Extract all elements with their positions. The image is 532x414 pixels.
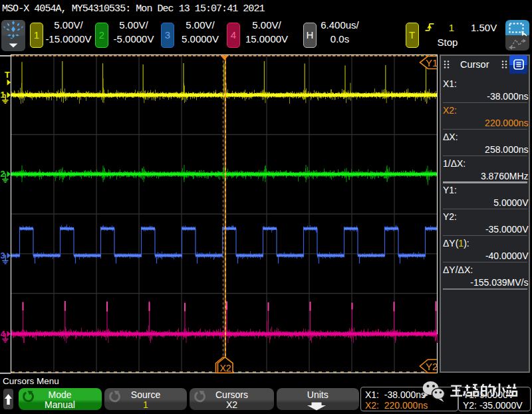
svg-text:Y1: Y1 xyxy=(426,57,438,68)
svg-text:X2: X2 xyxy=(220,363,231,373)
svg-text:Y2: Y2 xyxy=(426,361,438,372)
svg-text:T: T xyxy=(5,70,10,80)
